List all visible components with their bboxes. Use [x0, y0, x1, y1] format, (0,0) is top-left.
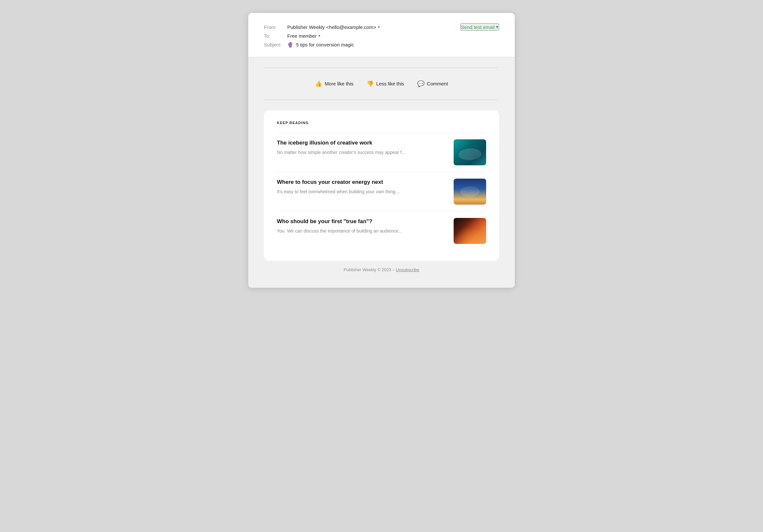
from-label: From:	[264, 24, 287, 30]
less-like-this-button[interactable]: 👎 Less like this	[367, 81, 404, 87]
subject-emoji: 🔮	[287, 42, 293, 48]
footer-text: Publisher Weekly © 2023 –	[344, 267, 395, 272]
article-item[interactable]: Where to focus your creator energy next …	[277, 172, 486, 211]
feedback-row: 👍 More like this 👎 Less like this 💬 Comm…	[264, 78, 499, 89]
from-chevron: ▾	[378, 25, 380, 29]
send-test-button[interactable]: Send test email ▾	[461, 23, 499, 31]
article-title: The iceberg illusion of creative work	[277, 139, 447, 146]
subject-text: 5 tips for conversion magic	[296, 42, 354, 47]
subject-label: Subject:	[264, 42, 287, 47]
thumbs-up-icon: 👍	[315, 81, 322, 87]
comment-icon: 💬	[417, 81, 424, 87]
article-thumbnail	[454, 179, 486, 205]
more-like-this-button[interactable]: 👍 More like this	[315, 81, 353, 87]
comment-button[interactable]: 💬 Comment	[417, 81, 448, 87]
to-row: To: Free member ▾	[264, 33, 461, 39]
email-header: From: Publisher Weekly <hello@example.co…	[248, 13, 515, 57]
article-thumbnail	[454, 139, 486, 165]
keep-reading-label: KEEP READING	[277, 121, 486, 125]
email-footer: Publisher Weekly © 2023 – Unsubscribe	[264, 261, 499, 275]
bottom-divider	[264, 100, 499, 100]
article-excerpt: It's easy to feel overwhelmed when build…	[277, 188, 447, 195]
to-value[interactable]: Free member ▾	[287, 33, 320, 39]
article-excerpt: You. We can discuss the importance of bu…	[277, 228, 447, 234]
article-item[interactable]: The iceberg illusion of creative work No…	[277, 133, 486, 172]
article-thumbnail	[454, 218, 486, 244]
more-like-this-label: More like this	[325, 81, 353, 86]
subject-row: Subject: 🔮 5 tips for conversion magic	[264, 42, 461, 48]
send-test-chevron: ▾	[496, 24, 498, 30]
article-item[interactable]: Who should be your first "true fan"? You…	[277, 211, 486, 250]
email-container: From: Publisher Weekly <hello@example.co…	[248, 13, 515, 288]
article-title: Who should be your first "true fan"?	[277, 218, 447, 225]
top-divider	[264, 67, 499, 68]
article-excerpt: No matter how simple another creator's s…	[277, 149, 447, 156]
thumbs-down-icon: 👎	[367, 81, 374, 87]
keep-reading-card: KEEP READING The iceberg illusion of cre…	[264, 111, 499, 261]
from-row: From: Publisher Weekly <hello@example.co…	[264, 24, 461, 30]
less-like-this-label: Less like this	[376, 81, 404, 86]
article-text: Who should be your first "true fan"? You…	[277, 218, 447, 234]
email-body: 👍 More like this 👎 Less like this 💬 Comm…	[248, 67, 515, 288]
from-value[interactable]: Publisher Weekly <hello@example.com> ▾	[287, 24, 380, 30]
comment-label: Comment	[427, 81, 448, 86]
subject-value: 🔮 5 tips for conversion magic	[287, 42, 354, 48]
to-label: To:	[264, 33, 287, 39]
to-chevron: ▾	[318, 34, 320, 38]
article-text: Where to focus your creator energy next …	[277, 179, 447, 195]
article-title: Where to focus your creator energy next	[277, 179, 447, 186]
article-text: The iceberg illusion of creative work No…	[277, 139, 447, 156]
unsubscribe-link[interactable]: Unsubscribe	[396, 267, 419, 272]
